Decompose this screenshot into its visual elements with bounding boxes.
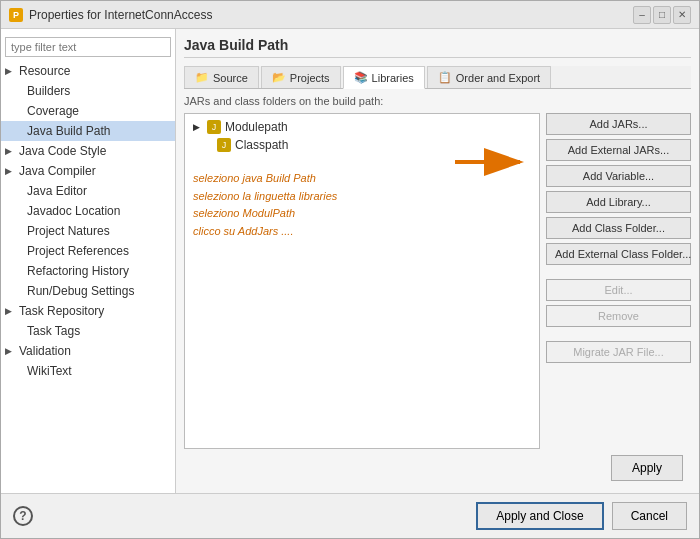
sidebar-item-project-references[interactable]: Project References: [1, 241, 175, 261]
arrow-icon: ▶: [5, 346, 15, 356]
action-buttons-panel: Add JARs... Add External JARs... Add Var…: [546, 113, 691, 449]
build-path-description: JARs and class folders on the build path…: [184, 95, 691, 107]
sidebar-item-task-repo[interactable]: ▶ Task Repository: [1, 301, 175, 321]
annotation-line-4: clicco su AddJars ....: [193, 223, 531, 241]
sidebar-item-run-debug[interactable]: Run/Debug Settings: [1, 281, 175, 301]
sidebar-label: Java Build Path: [27, 124, 110, 138]
sidebar-label: Builders: [27, 84, 70, 98]
sidebar-item-wikitext[interactable]: WikiText: [1, 361, 175, 381]
add-external-jars-button[interactable]: Add External JARs...: [546, 139, 691, 161]
sidebar-label: Task Repository: [19, 304, 104, 318]
add-variable-button[interactable]: Add Variable...: [546, 165, 691, 187]
modulepath-icon: J: [207, 120, 221, 134]
main-panel: Java Build Path 📁 Source 📂 Projects 📚 Li…: [176, 29, 699, 493]
migrate-jar-button[interactable]: Migrate JAR File...: [546, 341, 691, 363]
add-external-class-folder-button[interactable]: Add External Class Folder...: [546, 243, 691, 265]
tab-projects[interactable]: 📂 Projects: [261, 66, 341, 88]
help-button[interactable]: ?: [13, 506, 33, 526]
apply-button[interactable]: Apply: [611, 455, 683, 481]
filter-input[interactable]: [5, 37, 171, 57]
sidebar-label: Task Tags: [27, 324, 80, 338]
arrow-icon: ▶: [5, 66, 15, 76]
sidebar-item-java-build-path[interactable]: Java Build Path: [1, 121, 175, 141]
annotation-line-2: seleziono la linguetta libraries: [193, 188, 531, 206]
sidebar-label: Refactoring History: [27, 264, 129, 278]
add-jars-button[interactable]: Add JARs...: [546, 113, 691, 135]
annotation-block: seleziono java Build Path seleziono la l…: [189, 166, 535, 244]
window-controls: – □ ✕: [633, 6, 691, 24]
sidebar-item-validation[interactable]: ▶ Validation: [1, 341, 175, 361]
apply-close-button[interactable]: Apply and Close: [476, 502, 603, 530]
remove-button[interactable]: Remove: [546, 305, 691, 327]
sidebar-label: Java Editor: [27, 184, 87, 198]
sidebar-item-project-natures[interactable]: Project Natures: [1, 221, 175, 241]
cancel-button[interactable]: Cancel: [612, 502, 687, 530]
tab-label: Source: [213, 72, 248, 84]
bottom-buttons: Apply and Close Cancel: [476, 502, 687, 530]
sidebar-label: Run/Debug Settings: [27, 284, 134, 298]
add-class-folder-button[interactable]: Add Class Folder...: [546, 217, 691, 239]
tree-item-classpath[interactable]: J Classpath: [189, 136, 535, 154]
build-path-area: ▶ J Modulepath J Classpath: [184, 113, 691, 449]
sidebar: ▶ Resource Builders Coverage Java Build …: [1, 29, 176, 493]
sidebar-label: WikiText: [27, 364, 72, 378]
add-library-button[interactable]: Add Library...: [546, 191, 691, 213]
title-bar-left: P Properties for InternetConnAccess: [9, 8, 212, 22]
sidebar-item-java-code-style[interactable]: ▶ Java Code Style: [1, 141, 175, 161]
close-button[interactable]: ✕: [673, 6, 691, 24]
sidebar-item-builders[interactable]: Builders: [1, 81, 175, 101]
tabs-bar: 📁 Source 📂 Projects 📚 Libraries 📋 Order …: [184, 66, 691, 89]
tree-item-label: Classpath: [235, 138, 288, 152]
tab-label: Libraries: [372, 72, 414, 84]
title-bar: P Properties for InternetConnAccess – □ …: [1, 1, 699, 29]
projects-icon: 📂: [272, 71, 286, 84]
sidebar-label: Resource: [19, 64, 70, 78]
window-title: Properties for InternetConnAccess: [29, 8, 212, 22]
sidebar-label: Validation: [19, 344, 71, 358]
expand-arrow-icon: ▶: [193, 122, 203, 132]
panel-title: Java Build Path: [184, 37, 691, 58]
arrow-icon: ▶: [5, 306, 15, 316]
libraries-icon: 📚: [354, 71, 368, 84]
sidebar-item-javadoc[interactable]: Javadoc Location: [1, 201, 175, 221]
bottom-bar: ? Apply and Close Cancel: [1, 493, 699, 538]
order-icon: 📋: [438, 71, 452, 84]
properties-dialog: P Properties for InternetConnAccess – □ …: [0, 0, 700, 539]
tab-libraries[interactable]: 📚 Libraries: [343, 66, 425, 89]
arrow-icon: ▶: [5, 146, 15, 156]
source-icon: 📁: [195, 71, 209, 84]
sidebar-item-java-compiler[interactable]: ▶ Java Compiler: [1, 161, 175, 181]
classpath-icon: J: [217, 138, 231, 152]
sidebar-label: Java Compiler: [19, 164, 96, 178]
sidebar-item-coverage[interactable]: Coverage: [1, 101, 175, 121]
sidebar-item-java-editor[interactable]: Java Editor: [1, 181, 175, 201]
arrow-icon: ▶: [5, 166, 15, 176]
tree-item-label: Modulepath: [225, 120, 288, 134]
tree-panel: ▶ J Modulepath J Classpath: [184, 113, 540, 449]
window-icon: P: [9, 8, 23, 22]
sidebar-label: Coverage: [27, 104, 79, 118]
sidebar-label: Project References: [27, 244, 129, 258]
annotation-line-3: seleziono ModulPath: [193, 205, 531, 223]
minimize-button[interactable]: –: [633, 6, 651, 24]
tab-label: Order and Export: [456, 72, 540, 84]
content-area: ▶ Resource Builders Coverage Java Build …: [1, 29, 699, 493]
sidebar-label: Javadoc Location: [27, 204, 120, 218]
sidebar-item-task-tags[interactable]: Task Tags: [1, 321, 175, 341]
sidebar-label: Java Code Style: [19, 144, 106, 158]
sidebar-item-refactoring[interactable]: Refactoring History: [1, 261, 175, 281]
tab-source[interactable]: 📁 Source: [184, 66, 259, 88]
maximize-button[interactable]: □: [653, 6, 671, 24]
annotation-line-1: seleziono java Build Path: [193, 170, 531, 188]
tab-label: Projects: [290, 72, 330, 84]
sidebar-label: Project Natures: [27, 224, 110, 238]
sidebar-item-resource[interactable]: ▶ Resource: [1, 61, 175, 81]
tree-item-modulepath[interactable]: ▶ J Modulepath: [189, 118, 535, 136]
apply-row: Apply: [184, 449, 691, 485]
edit-button[interactable]: Edit...: [546, 279, 691, 301]
tab-order-export[interactable]: 📋 Order and Export: [427, 66, 551, 88]
